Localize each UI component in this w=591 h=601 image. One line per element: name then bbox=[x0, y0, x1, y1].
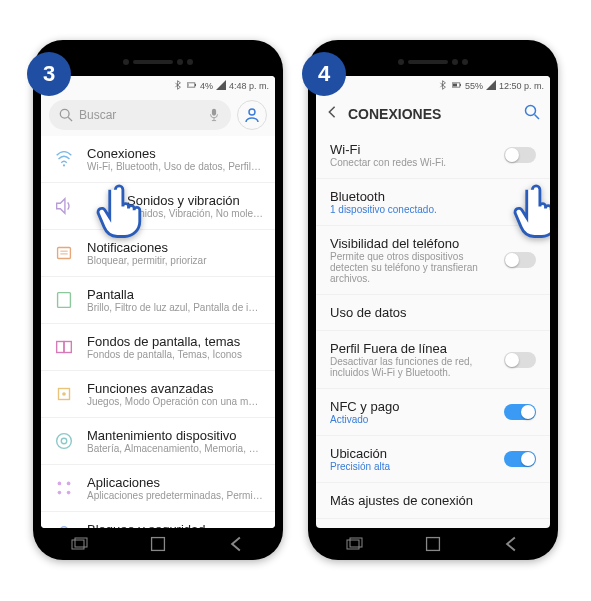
connections-item-more[interactable]: Más ajustes de conexión bbox=[316, 483, 550, 519]
recents-button[interactable] bbox=[346, 537, 364, 551]
settings-item-sonidos[interactable]: Sonidos y vibración Sonidos, Vibración, … bbox=[41, 183, 275, 230]
display-icon bbox=[53, 289, 75, 311]
back-button[interactable] bbox=[502, 537, 520, 551]
svg-rect-23 bbox=[72, 540, 84, 549]
svg-line-4 bbox=[68, 117, 72, 121]
settings-item-conexiones[interactable]: Conexiones Wi-Fi, Bluetooth, Uso de dato… bbox=[41, 136, 275, 183]
bluetooth-icon bbox=[174, 80, 184, 92]
signal-icon bbox=[486, 80, 496, 92]
status-time: 4:48 p. m. bbox=[229, 81, 269, 91]
svg-point-20 bbox=[58, 491, 62, 495]
settings-item-pantalla[interactable]: Pantalla Brillo, Filtro de luz azul, Pan… bbox=[41, 277, 275, 324]
maintenance-icon bbox=[53, 430, 75, 452]
connections-item-sub: Permite que otros dispositivos detecten … bbox=[330, 251, 504, 284]
connections-header: CONEXIONES bbox=[316, 96, 550, 132]
connections-item-title: Bluetooth bbox=[330, 189, 536, 204]
svg-rect-25 bbox=[152, 538, 165, 551]
settings-item-title: Aplicaciones bbox=[87, 475, 263, 490]
svg-rect-8 bbox=[58, 248, 71, 259]
connections-list: Wi-Fi Conectar con redes Wi-Fi. Bluetoot… bbox=[316, 132, 550, 519]
search-icon[interactable] bbox=[524, 104, 540, 124]
settings-item-mantenimiento[interactable]: Mantenimiento dispositivo Batería, Almac… bbox=[41, 418, 275, 465]
svg-line-30 bbox=[535, 115, 540, 120]
connections-item-nfc[interactable]: NFC y pago Activado bbox=[316, 389, 550, 436]
connections-item-wifi[interactable]: Wi-Fi Conectar con redes Wi-Fi. bbox=[316, 132, 550, 179]
settings-item-title: Bloqueo y seguridad bbox=[87, 522, 263, 528]
visibility-toggle[interactable] bbox=[504, 252, 536, 268]
connections-item-title: Ubicación bbox=[330, 446, 504, 461]
location-toggle[interactable] bbox=[504, 451, 536, 467]
advanced-icon bbox=[53, 383, 75, 405]
settings-item-fondos[interactable]: Fondos de pantalla, temas Fondos de pant… bbox=[41, 324, 275, 371]
back-button[interactable] bbox=[227, 537, 245, 551]
svg-rect-11 bbox=[58, 293, 71, 308]
svg-point-29 bbox=[526, 106, 536, 116]
settings-item-sub: Fondos de pantalla, Temas, Íconos bbox=[87, 349, 263, 360]
svg-rect-32 bbox=[350, 538, 362, 547]
settings-item-title: Fondos de pantalla, temas bbox=[87, 334, 263, 349]
connections-item-title: Wi-Fi bbox=[330, 142, 504, 157]
svg-point-15 bbox=[62, 392, 66, 396]
bluetooth-icon bbox=[439, 80, 449, 92]
svg-point-7 bbox=[63, 164, 65, 166]
settings-item-funciones[interactable]: Funciones avanzadas Juegos, Modo Operaci… bbox=[41, 371, 275, 418]
connections-item-title: NFC y pago bbox=[330, 399, 504, 414]
phone-frame-left: 4% 4:48 p. m. Buscar bbox=[33, 40, 283, 560]
connections-item-bluetooth[interactable]: Bluetooth 1 dispositivo conectado. bbox=[316, 179, 550, 226]
recents-button[interactable] bbox=[71, 537, 89, 551]
connections-item-visibility[interactable]: Visibilidad del teléfono Permite que otr… bbox=[316, 226, 550, 295]
settings-item-sub: Sonidos, Vibración, No molestar bbox=[87, 208, 263, 219]
settings-item-title: Mantenimiento dispositivo bbox=[87, 428, 263, 443]
settings-item-title: Funciones avanzadas bbox=[87, 381, 263, 396]
connections-icon bbox=[53, 148, 75, 170]
wifi-toggle[interactable] bbox=[504, 147, 536, 163]
lock-icon bbox=[53, 524, 75, 528]
nfc-toggle[interactable] bbox=[504, 404, 536, 420]
connections-title: CONEXIONES bbox=[348, 106, 514, 122]
svg-rect-2 bbox=[188, 84, 189, 87]
sound-icon bbox=[53, 195, 75, 217]
profile-button[interactable] bbox=[237, 100, 267, 130]
svg-rect-31 bbox=[347, 540, 359, 549]
step-badge-4: 4 bbox=[302, 52, 346, 96]
phone-top bbox=[316, 48, 550, 76]
connections-item-location[interactable]: Ubicación Precisión alta bbox=[316, 436, 550, 483]
connections-item-data[interactable]: Uso de datos bbox=[316, 295, 550, 331]
home-button[interactable] bbox=[149, 537, 167, 551]
signal-icon bbox=[216, 80, 226, 92]
svg-rect-5 bbox=[212, 109, 216, 116]
home-button[interactable] bbox=[424, 537, 442, 551]
offline-toggle[interactable] bbox=[504, 352, 536, 368]
step-badge-3: 3 bbox=[27, 52, 71, 96]
phone-top bbox=[41, 48, 275, 76]
connections-item-sub: Activado bbox=[330, 414, 504, 425]
connections-item-title: Perfil Fuera de línea bbox=[330, 341, 504, 356]
svg-rect-24 bbox=[75, 538, 87, 547]
battery-icon bbox=[452, 80, 462, 92]
svg-point-21 bbox=[67, 491, 71, 495]
settings-item-aplicaciones[interactable]: Aplicaciones Aplicaciones predeterminada… bbox=[41, 465, 275, 512]
settings-item-notificaciones[interactable]: Notificaciones Bloquear, permitir, prior… bbox=[41, 230, 275, 277]
connections-item-offline[interactable]: Perfil Fuera de línea Desactivar las fun… bbox=[316, 331, 550, 389]
connections-item-title: Uso de datos bbox=[330, 305, 536, 320]
settings-item-sub: Batería, Almacenamiento, Memoria, Seguri… bbox=[87, 443, 263, 454]
settings-item-bloqueo[interactable]: Bloqueo y seguridad Always On Display, I… bbox=[41, 512, 275, 528]
search-placeholder: Buscar bbox=[79, 108, 116, 122]
svg-rect-13 bbox=[64, 342, 71, 353]
screen-connections: 55% 12:50 p. m. CONEXIONES Wi-Fi bbox=[316, 76, 550, 528]
svg-point-17 bbox=[61, 438, 67, 444]
connections-item-sub: Desactivar las funciones de red, incluid… bbox=[330, 356, 504, 378]
back-chevron-icon[interactable] bbox=[326, 105, 338, 123]
android-nav-bar bbox=[41, 528, 275, 560]
settings-item-sub: Juegos, Modo Operación con una mano bbox=[87, 396, 263, 407]
screen-settings: 4% 4:48 p. m. Buscar bbox=[41, 76, 275, 528]
settings-list: Conexiones Wi-Fi, Bluetooth, Uso de dato… bbox=[41, 136, 275, 528]
svg-rect-12 bbox=[57, 342, 64, 353]
battery-percent: 55% bbox=[465, 81, 483, 91]
settings-item-title: Notificaciones bbox=[87, 240, 263, 255]
status-bar: 55% 12:50 p. m. bbox=[316, 76, 550, 96]
svg-point-18 bbox=[58, 482, 62, 486]
connections-item-sub: Conectar con redes Wi-Fi. bbox=[330, 157, 504, 168]
microphone-icon[interactable] bbox=[207, 108, 221, 122]
search-input[interactable]: Buscar bbox=[49, 100, 231, 130]
